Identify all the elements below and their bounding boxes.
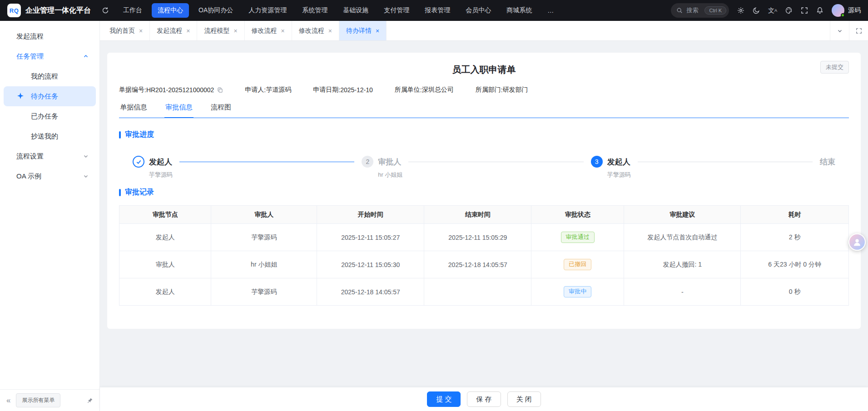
nav-item-report[interactable]: 报表管理 xyxy=(419,3,456,18)
assistant-avatar[interactable] xyxy=(848,233,866,251)
step-initiator-current[interactable]: 3 发起人 芋擎源码 xyxy=(591,156,630,168)
page-tab-home[interactable]: 我的首页 × xyxy=(103,21,150,40)
page-tab-todo-detail[interactable]: 待办详情 × xyxy=(339,21,387,40)
submit-button[interactable]: 提 交 xyxy=(427,391,461,407)
nav-item-mall[interactable]: 商城系统 xyxy=(501,3,538,18)
close-icon[interactable]: × xyxy=(281,28,285,34)
status-badge: 未提交 xyxy=(820,61,849,74)
online-status-dot xyxy=(841,13,845,17)
close-icon[interactable]: × xyxy=(328,28,332,34)
content-fullscreen-icon[interactable] xyxy=(849,21,868,40)
table-row: 发起人 芋擎源码 2025-12-11 15:05:27 2025-12-11 … xyxy=(119,224,849,251)
settings-icon[interactable] xyxy=(737,7,744,14)
tab-document-info[interactable]: 单据信息 xyxy=(119,103,148,118)
cell-approver: 芋擎源码 xyxy=(211,224,317,251)
step-initiator-done[interactable]: 发起人 芋擎源码 xyxy=(133,156,172,168)
meta-value: 深圳总公司 xyxy=(422,86,454,94)
meta-value: HR201-2025121000002 xyxy=(146,86,214,94)
page-tab-edit-process-2[interactable]: 修改流程 × xyxy=(292,21,339,40)
form-meta-row: 单据编号 : HR201-2025121000002 申请人 : 芋道源码 申请… xyxy=(119,86,849,94)
step-check-icon xyxy=(133,156,144,168)
sidebar-item-done-tasks[interactable]: 已办任务 xyxy=(4,106,96,126)
nav-item-pay[interactable]: 支付管理 xyxy=(378,3,415,18)
footer-action-bar: 提 交 保 存 关 闭 xyxy=(100,387,868,411)
cell-comment: 发起人节点首次自动通过 xyxy=(624,224,741,251)
navbar-right-cluster: 搜索 Ctrl K 文A 源码 xyxy=(671,3,861,18)
meta-label: 申请日期 xyxy=(313,86,338,94)
step-approver-wait[interactable]: 2 审批人 hr 小姐姐 xyxy=(362,156,401,168)
meta-value: 芋道源码 xyxy=(266,86,291,94)
close-button[interactable]: 关 闭 xyxy=(507,391,541,407)
cell-start-time: 2025-12-11 15:05:30 xyxy=(317,251,424,278)
close-icon[interactable]: × xyxy=(186,28,190,34)
close-icon[interactable]: × xyxy=(376,28,379,34)
sidebar-group-label: OA 示例 xyxy=(16,172,41,181)
sidebar-group-task-management[interactable]: 任务管理 xyxy=(4,46,96,66)
sidebar-group-process-settings[interactable]: 流程设置 xyxy=(4,146,96,166)
sidebar-item-todo-tasks[interactable]: 待办任务 xyxy=(4,86,96,106)
col-header-duration: 耗时 xyxy=(741,206,849,224)
sidebar-item-my-processes[interactable]: 我的流程 xyxy=(4,66,96,86)
refresh-icon[interactable] xyxy=(102,7,109,14)
save-button[interactable]: 保 存 xyxy=(467,391,501,407)
close-icon[interactable]: × xyxy=(233,28,237,34)
tabbar-tools xyxy=(830,21,868,40)
approval-records-table: 审批节点 审批人 开始时间 结束时间 审批状态 审批建议 耗时 xyxy=(119,205,849,306)
meta-value: 2025-12-10 xyxy=(340,86,373,94)
tab-approval-info[interactable]: 审批信息 xyxy=(164,103,193,118)
nav-item-oa[interactable]: OA协同办公 xyxy=(193,3,239,18)
copy-icon[interactable] xyxy=(217,87,223,93)
nav-item-infra[interactable]: 基础设施 xyxy=(337,3,374,18)
table-row: 发起人 芋擎源码 2025-12-18 14:05:57 审批中 - 0 秒 xyxy=(119,278,849,306)
search-input[interactable]: 搜索 Ctrl K xyxy=(671,3,729,18)
section-approval-records: 审批记录 xyxy=(119,188,849,197)
step-connector-done xyxy=(179,162,354,162)
nav-item-system[interactable]: 系统管理 xyxy=(296,3,333,18)
nav-item-hr[interactable]: 人力资源管理 xyxy=(243,3,293,18)
meta-department: 所属部门 : 研发部门 xyxy=(476,86,528,94)
collapse-sidebar-icon[interactable]: « xyxy=(6,396,10,404)
show-all-menus-button[interactable]: 展示所有菜单 xyxy=(16,393,60,407)
meta-apply-date: 申请日期 : 2025-12-10 xyxy=(313,86,373,94)
cell-start-time: 2025-12-11 15:05:27 xyxy=(317,224,424,251)
username: 源码 xyxy=(848,6,861,15)
primary-nav: 工作台 流程中心 OA协同办公 人力资源管理 系统管理 基础设施 支付管理 报表… xyxy=(117,3,560,18)
cell-end-time: 2025-12-11 15:05:29 xyxy=(424,224,531,251)
status-tag-withdrawn: 已撤回 xyxy=(564,259,591,270)
col-header-node: 审批节点 xyxy=(119,206,211,224)
notification-bell-icon[interactable] xyxy=(816,7,823,14)
step-title: 发起人 xyxy=(149,157,172,167)
meta-company: 所属单位 : 深圳总公司 xyxy=(395,86,454,94)
meta-value: 研发部门 xyxy=(503,86,528,94)
user-menu[interactable]: 源码 xyxy=(832,4,861,17)
nav-item-workbench[interactable]: 工作台 xyxy=(117,3,148,18)
app-logo[interactable]: RQ 企业管理一体化平台 xyxy=(7,4,91,17)
meta-doc-number: 单据编号 : HR201-2025121000002 xyxy=(119,86,223,94)
body-row: 发起流程 任务管理 我的流程 待办任务 xyxy=(0,21,868,411)
language-icon[interactable]: 文A xyxy=(768,7,777,14)
dark-mode-icon[interactable] xyxy=(753,7,760,14)
chevron-down-icon xyxy=(83,173,89,179)
close-icon[interactable]: × xyxy=(139,28,143,34)
cell-comment: 发起人撤回: 1 xyxy=(624,251,741,278)
nav-item-process-center[interactable]: 流程中心 xyxy=(152,3,189,18)
tab-flow-chart[interactable]: 流程图 xyxy=(210,103,232,118)
tab-list-chevron-icon[interactable] xyxy=(830,21,849,40)
fullscreen-icon[interactable] xyxy=(801,7,808,14)
cell-node: 发起人 xyxy=(119,278,211,306)
palette-icon[interactable] xyxy=(785,7,793,14)
nav-item-more[interactable]: … xyxy=(541,4,560,17)
page-tab-start-process[interactable]: 发起流程 × xyxy=(150,21,197,40)
meta-label: 所属单位 xyxy=(395,86,420,94)
nav-item-member[interactable]: 会员中心 xyxy=(460,3,497,18)
search-icon xyxy=(676,7,683,14)
page-tab-edit-process-1[interactable]: 修改流程 × xyxy=(245,21,292,40)
sidebar-group-oa-examples[interactable]: OA 示例 xyxy=(4,166,96,186)
sidebar-item-cc-me[interactable]: 抄送我的 xyxy=(4,126,96,146)
sidebar-item-start-process[interactable]: 发起流程 xyxy=(4,26,96,46)
pin-icon[interactable] xyxy=(87,397,93,404)
sidebar-item-label: 抄送我的 xyxy=(31,132,58,141)
page-tab-process-model[interactable]: 流程模型 × xyxy=(197,21,244,40)
section-title: 审批记录 xyxy=(125,188,154,197)
section-title: 审批进度 xyxy=(125,130,154,139)
